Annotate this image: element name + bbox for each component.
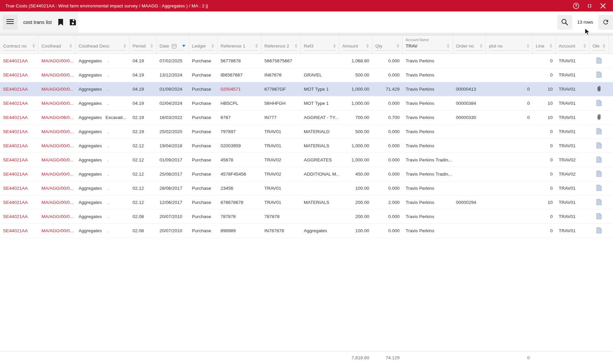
cell-contract[interactable]: SE44021AA: [0, 181, 38, 195]
document-icon[interactable]: [596, 185, 602, 192]
column-filter-input[interactable]: Line: [536, 43, 552, 51]
column-header-ref2[interactable]: Reference 2: [261, 35, 301, 54]
calendar-icon[interactable]: [172, 43, 177, 49]
column-filter-input[interactable]: plot no: [489, 43, 529, 51]
column-header-ref1[interactable]: Reference 1: [217, 35, 261, 54]
column-filter-input[interactable]: Ledger: [192, 43, 214, 51]
column-header-date[interactable]: Date: [156, 35, 189, 54]
footer-total-qty: 74.129: [372, 355, 403, 360]
document-icon[interactable]: [596, 156, 602, 164]
column-filter-input[interactable]: Ole: [592, 43, 605, 51]
column-header-costhead[interactable]: Costhead: [38, 35, 76, 54]
paperclip-icon[interactable]: [597, 86, 601, 93]
table-row[interactable]: SE44021AAMA/AGG/00/0...Aggregates.02.122…: [0, 181, 613, 195]
table-row[interactable]: SE44021AAMA/AGG/00/0...Aggregates.02.192…: [0, 125, 613, 139]
column-filter-input[interactable]: Account: [559, 43, 586, 51]
column-filter-input[interactable]: Costhead Desc: [79, 43, 126, 51]
help-icon[interactable]: ?: [573, 3, 579, 9]
table-row[interactable]: SE44021AAMA/AGG/00/0...Aggregates.04.190…: [0, 54, 613, 68]
cell-contract[interactable]: SE44021AA: [0, 68, 38, 82]
cell-contract[interactable]: SE44021AA: [0, 139, 38, 153]
exit-fullscreen-icon[interactable]: [586, 3, 593, 9]
cell-contract[interactable]: SE44021AA: [0, 54, 38, 68]
cell-costhead[interactable]: MA/AGG/00/0...: [38, 54, 76, 68]
table-row[interactable]: SE44021AAMA/AGG/06/0...AggregatesExcavat…: [0, 111, 613, 125]
table-row[interactable]: SE44021AAMA/AGG/00/0...Aggregates.04.190…: [0, 96, 613, 111]
search-button[interactable]: [557, 15, 572, 30]
document-icon[interactable]: [596, 57, 602, 65]
cell-costhead[interactable]: MA/AGG/00/0...: [38, 96, 76, 110]
table-row[interactable]: SE44021AAMA/AGG/00/0...Aggregates.02.082…: [0, 210, 613, 224]
table-row[interactable]: SE44021AAMA/AGG/00/0...Aggregates.02.121…: [0, 195, 613, 210]
table-row[interactable]: SE44021AAMA/AGG/00/0...Aggregates.02.121…: [0, 139, 613, 153]
cell-contract[interactable]: SE44021AA: [0, 82, 38, 96]
table-row[interactable]: SE44021AAMA/AGG/00/0...Aggregates.04.191…: [0, 68, 613, 82]
column-header-ref3[interactable]: Ref3: [301, 35, 339, 54]
table-row[interactable]: SE44021AAMA/AGG/00/0...Aggregates.02.082…: [0, 224, 613, 238]
cell-ref1[interactable]: 02004571: [217, 82, 261, 96]
document-icon[interactable]: [596, 142, 602, 150]
cell-costhead[interactable]: MA/AGG/00/0...: [38, 195, 76, 209]
document-icon[interactable]: [596, 128, 602, 135]
document-icon[interactable]: [596, 100, 602, 107]
cell-contract[interactable]: SE44021AA: [0, 96, 38, 110]
column-filter-input[interactable]: Ref3: [304, 43, 336, 51]
menu-button[interactable]: [3, 15, 18, 30]
cell-contract[interactable]: SE44021AA: [0, 111, 38, 124]
cell-contract[interactable]: SE44021AA: [0, 224, 38, 238]
cell-line: 0: [533, 224, 556, 238]
document-icon[interactable]: [596, 199, 602, 206]
column-header-order_no[interactable]: Order no: [453, 35, 486, 54]
paperclip-icon[interactable]: [597, 114, 601, 121]
column-filter-input[interactable]: Amount: [342, 43, 369, 51]
dropdown-arrow-icon[interactable]: [182, 45, 185, 47]
refresh-button[interactable]: [598, 15, 613, 30]
table-row[interactable]: SE44021AAMA/AGG/00/0...Aggregates.02.122…: [0, 167, 613, 181]
cell-contract[interactable]: SE44021AA: [0, 195, 38, 209]
column-filter-input[interactable]: Order no: [456, 43, 483, 51]
column-header-contract[interactable]: Contract no: [0, 35, 38, 54]
document-icon[interactable]: [596, 171, 602, 178]
table-row[interactable]: SE44021AAMA/AGG/00/0...Aggregates.04.190…: [0, 82, 613, 96]
column-header-account_name[interactable]: Account NameTRAV: [403, 35, 453, 54]
close-icon[interactable]: [600, 3, 606, 9]
table-row[interactable]: SE44021AAMA/AGG/00/0...Aggregates.02.120…: [0, 153, 613, 167]
cell-costhead[interactable]: MA/AGG/00/0...: [38, 181, 76, 195]
column-header-ole[interactable]: Ole: [589, 35, 609, 54]
document-icon[interactable]: [596, 227, 602, 235]
column-filter-input[interactable]: Reference 1: [221, 43, 258, 51]
cell-contract[interactable]: SE44021AA: [0, 153, 38, 167]
column-header-period[interactable]: Period: [129, 35, 156, 54]
cell-contract[interactable]: SE44021AA: [0, 167, 38, 181]
column-header-amount[interactable]: Amount: [339, 35, 372, 54]
cell-costhead[interactable]: MA/AGG/00/0...: [38, 68, 76, 82]
cell-costhead[interactable]: MA/AGG/00/0...: [38, 153, 76, 167]
cell-qty: 0.000: [372, 54, 403, 68]
column-filter-input[interactable]: Contract no: [3, 43, 35, 51]
save-button[interactable]: [69, 19, 76, 26]
column-filter-input[interactable]: Period: [133, 43, 153, 51]
cell-costhead[interactable]: MA/AGG/00/0...: [38, 224, 76, 238]
cell-costhead[interactable]: MA/AGG/00/0...: [38, 167, 76, 181]
column-header-plot_no[interactable]: plot no: [486, 35, 533, 54]
column-header-qty[interactable]: Qty: [372, 35, 403, 54]
cell-costhead[interactable]: MA/AGG/00/0...: [38, 139, 76, 153]
cell-costhead[interactable]: MA/AGG/00/0...: [38, 210, 76, 223]
cell-contract[interactable]: SE44021AA: [0, 210, 38, 223]
column-filter-input[interactable]: Costhead: [41, 43, 72, 51]
column-header-desc[interactable]: Costhead Desc: [76, 35, 129, 54]
document-icon[interactable]: [596, 71, 602, 79]
document-icon[interactable]: [596, 213, 602, 220]
cell-costhead[interactable]: MA/AGG/00/0...: [38, 125, 76, 139]
column-filter-input[interactable]: Reference 2: [264, 43, 297, 51]
column-header-account[interactable]: Account: [556, 35, 589, 54]
cell-costhead[interactable]: MA/AGG/00/0...: [38, 82, 76, 96]
column-header-line[interactable]: Line: [533, 35, 556, 54]
column-filter-input[interactable]: Date: [159, 43, 185, 51]
column-filter-input[interactable]: TRAV: [406, 43, 449, 51]
cell-contract[interactable]: SE44021AA: [0, 125, 38, 139]
column-header-ledger[interactable]: Ledger: [189, 35, 217, 54]
column-filter-input[interactable]: Qty: [375, 43, 399, 51]
bookmark-button[interactable]: [58, 19, 63, 26]
cell-costhead[interactable]: MA/AGG/06/0...: [38, 111, 76, 124]
